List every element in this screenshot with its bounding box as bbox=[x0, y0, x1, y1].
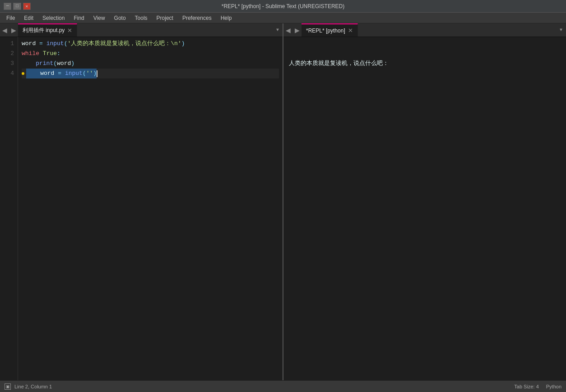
code-content[interactable]: word = input('人类的本质就是复读机，说点什么吧：\n') whil… bbox=[18, 37, 283, 380]
left-tab-input-py[interactable]: 利用插件 input.py ✕ bbox=[18, 23, 77, 37]
text-cursor bbox=[97, 70, 97, 77]
status-right: Tab Size: 4 Python bbox=[514, 384, 561, 389]
left-tab-label: 利用插件 input.py bbox=[23, 27, 65, 34]
left-tab-next[interactable]: ▶ bbox=[9, 23, 18, 37]
left-tab-close[interactable]: ✕ bbox=[67, 28, 72, 33]
line-indicator bbox=[22, 72, 24, 75]
menu-goto[interactable]: Goto bbox=[110, 14, 130, 22]
repl-area[interactable]: 人类的本质就是复读机，说点什么吧： bbox=[283, 37, 566, 380]
menu-edit[interactable]: Edit bbox=[19, 14, 38, 22]
menu-tools[interactable]: Tools bbox=[130, 14, 152, 22]
repl-line-1: 人类的本质就是复读机，说点什么吧： bbox=[289, 59, 561, 69]
cursor-position: Line 2, Column 1 bbox=[14, 384, 52, 389]
code-line-1: word = input('人类的本质就是复读机，说点什么吧：\n') bbox=[22, 39, 279, 49]
right-tab-close[interactable]: ✕ bbox=[348, 28, 353, 33]
menu-view[interactable]: View bbox=[89, 14, 110, 22]
minimize-button[interactable]: ─ bbox=[4, 3, 11, 10]
menu-selection[interactable]: Selection bbox=[38, 14, 69, 22]
menu-file[interactable]: File bbox=[2, 14, 19, 22]
menu-help[interactable]: Help bbox=[216, 14, 237, 22]
right-tab-bar: ◀ ▶ *REPL* [python] ✕ ▼ bbox=[283, 23, 566, 37]
left-tab-dropdown[interactable]: ▼ bbox=[273, 23, 283, 37]
left-pane: ◀ ▶ 利用插件 input.py ✕ ▼ 1 2 3 4 word = inp… bbox=[0, 23, 283, 380]
status-nav-icon: ▣ bbox=[5, 383, 11, 390]
left-tab-prev[interactable]: ◀ bbox=[0, 23, 9, 37]
right-tab-prev[interactable]: ◀ bbox=[283, 23, 292, 37]
editor-area: ◀ ▶ 利用插件 input.py ✕ ▼ 1 2 3 4 word = inp… bbox=[0, 23, 566, 380]
window-title: *REPL* [python] - Sublime Text (UNREGIST… bbox=[31, 3, 535, 9]
right-tab-next[interactable]: ▶ bbox=[292, 23, 302, 37]
titlebar: ─ □ ✕ *REPL* [python] - Sublime Text (UN… bbox=[0, 0, 566, 13]
code-line-4: word = input('') bbox=[22, 69, 279, 78]
left-code-area[interactable]: 1 2 3 4 word = input('人类的本质就是复读机，说点什么吧：\… bbox=[0, 37, 283, 380]
left-tab-bar: ◀ ▶ 利用插件 input.py ✕ ▼ bbox=[0, 23, 283, 37]
language: Python bbox=[546, 384, 561, 389]
close-button[interactable]: ✕ bbox=[23, 3, 31, 10]
right-tab-label: *REPL* [python] bbox=[306, 28, 345, 34]
status-left: ▣ Line 2, Column 1 bbox=[5, 383, 52, 390]
menu-find[interactable]: Find bbox=[69, 14, 88, 22]
right-tab-repl[interactable]: *REPL* [python] ✕ bbox=[302, 23, 358, 37]
line-numbers: 1 2 3 4 bbox=[0, 37, 18, 380]
code-line-3: print(word) bbox=[22, 59, 279, 69]
menu-preferences[interactable]: Preferences bbox=[178, 14, 216, 22]
menubar: File Edit Selection Find View Goto Tools… bbox=[0, 13, 566, 23]
repl-output: 人类的本质就是复读机，说点什么吧： bbox=[283, 37, 566, 380]
menu-project[interactable]: Project bbox=[152, 14, 178, 22]
right-pane: ◀ ▶ *REPL* [python] ✕ ▼ 人类的本质就是复读机，说点什么吧… bbox=[283, 23, 566, 380]
tab-size: Tab Size: 4 bbox=[514, 384, 538, 389]
statusbar: ▣ Line 2, Column 1 Tab Size: 4 Python bbox=[0, 380, 566, 392]
code-line-2: while True: bbox=[22, 49, 279, 59]
maximize-button[interactable]: □ bbox=[13, 3, 21, 10]
right-tab-dropdown[interactable]: ▼ bbox=[556, 23, 566, 37]
